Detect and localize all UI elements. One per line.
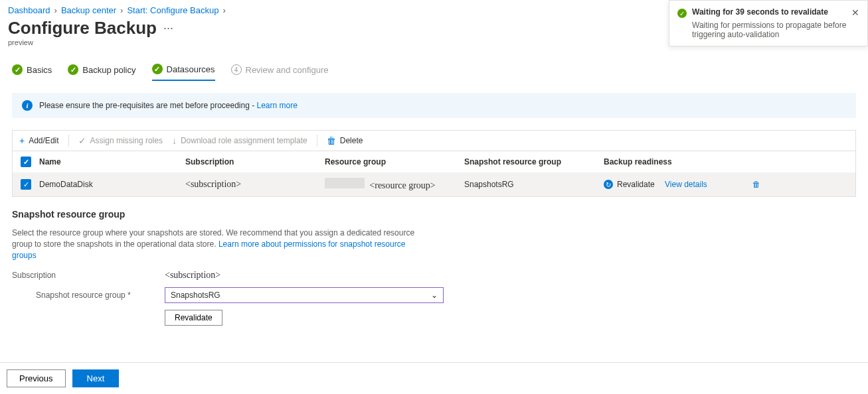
breadcrumb-backup-center[interactable]: Backup center	[61, 5, 116, 15]
wizard-steps: ✓ Basics ✓ Backup policy ✓ Datasources 4…	[0, 52, 868, 81]
snapshot-rg-dropdown[interactable]: SnapshotsRG ⌄	[165, 287, 444, 303]
btn-label: Delete	[340, 136, 363, 145]
close-icon[interactable]: ✕	[851, 7, 859, 18]
dropdown-value: SnapshotsRG	[171, 291, 220, 300]
divider	[317, 135, 317, 147]
cell-subscription: <subscription>	[185, 179, 325, 190]
step-datasources[interactable]: ✓ Datasources	[152, 64, 215, 81]
toolbar: + Add/Edit ✓ Assign missing roles ↓ Down…	[13, 131, 855, 151]
banner-text: Please ensure the pre-requisites are met…	[39, 101, 257, 110]
breadcrumb-dashboard[interactable]: Dashboard	[8, 5, 50, 15]
step-label: Backup policy	[82, 65, 135, 75]
step-basics[interactable]: ✓ Basics	[12, 64, 52, 80]
divider	[68, 135, 69, 147]
snapshot-rg-section: Snapshot resource group Select the resou…	[0, 197, 868, 338]
cell-snapshot-rg: SnapshotsRG	[464, 180, 604, 189]
readiness-label: Revalidate	[617, 180, 655, 189]
step-backup-policy[interactable]: ✓ Backup policy	[68, 64, 135, 80]
more-icon[interactable]: ···	[163, 21, 173, 35]
chevron-down-icon: ⌄	[431, 291, 438, 300]
notification-body: Waiting for permissions to propagate bef…	[692, 21, 859, 39]
redacted-block	[325, 178, 365, 188]
cell-readiness: ↻ Revalidate View details	[604, 180, 743, 189]
btn-label: Add/Edit	[29, 136, 58, 145]
snapshot-rg-label: Snapshot resource group *	[36, 291, 145, 300]
chevron-right-icon: ›	[222, 5, 225, 15]
row-checkbox[interactable]: ✓	[21, 179, 31, 190]
breadcrumb-start-configure[interactable]: Start: Configure Backup	[127, 5, 218, 15]
notification-toast: ✓ Waiting for 39 seconds to revalidate ✕…	[669, 0, 868, 46]
check-icon: ✓	[152, 64, 163, 74]
plus-icon: +	[19, 135, 25, 146]
info-icon: i	[22, 100, 33, 111]
col-resource-group: Resource group	[325, 157, 464, 166]
datasources-panel: + Add/Edit ✓ Assign missing roles ↓ Down…	[12, 130, 856, 197]
info-banner: i Please ensure the pre-requisites are m…	[12, 93, 856, 118]
success-icon: ✓	[677, 9, 687, 18]
download-icon: ↓	[172, 135, 177, 146]
delete-button[interactable]: 🗑 Delete	[327, 135, 363, 146]
chevron-right-icon: ›	[54, 5, 57, 15]
download-template-button[interactable]: ↓ Download role assignment template	[172, 135, 307, 146]
subscription-value: <subscription>	[165, 270, 444, 281]
cell-resource-group: <resource group>	[325, 178, 464, 191]
select-all-checkbox[interactable]: ✓	[21, 157, 31, 167]
step-label: Basics	[27, 65, 52, 75]
step-label: Datasources	[167, 64, 215, 74]
page-title: Configure Backup	[8, 18, 157, 38]
banner-learn-more-link[interactable]: Learn more	[257, 101, 298, 110]
btn-label: Download role assignment template	[181, 136, 307, 145]
col-snapshot-rg: Snapshot resource group	[464, 157, 604, 166]
next-button[interactable]: Next	[72, 369, 120, 387]
col-name: Name	[39, 157, 185, 166]
check-icon: ✓	[68, 64, 78, 75]
previous-button[interactable]: Previous	[7, 369, 66, 387]
step-label: Review and configure	[246, 65, 329, 75]
section-heading: Snapshot resource group	[12, 209, 856, 220]
step-number-icon: 4	[231, 64, 242, 75]
step-review: 4 Review and configure	[231, 64, 329, 80]
add-edit-button[interactable]: + Add/Edit	[19, 135, 59, 146]
check-icon: ✓	[78, 135, 86, 146]
trash-icon: 🗑	[327, 135, 336, 146]
refresh-icon: ↻	[604, 180, 613, 189]
col-subscription: Subscription	[185, 157, 325, 166]
cell-name: DemoDataDisk	[39, 180, 185, 189]
row-delete-button[interactable]: 🗑	[743, 180, 770, 189]
chevron-right-icon: ›	[120, 5, 123, 15]
col-readiness: Backup readiness	[604, 157, 743, 166]
check-icon: ✓	[12, 64, 23, 75]
table-row[interactable]: ✓ DemoDataDisk <subscription> <resource …	[13, 172, 855, 196]
wizard-footer: Previous Next	[0, 362, 868, 394]
view-details-link[interactable]: View details	[665, 180, 707, 189]
btn-label: Assign missing roles	[90, 136, 163, 145]
assign-roles-button[interactable]: ✓ Assign missing roles	[78, 135, 163, 146]
trash-icon: 🗑	[752, 180, 760, 189]
subscription-label: Subscription	[12, 271, 145, 280]
notification-title: Waiting for 39 seconds to revalidate	[692, 7, 846, 17]
table-header: ✓ Name Subscription Resource group Snaps…	[13, 151, 855, 172]
revalidate-button[interactable]: Revalidate	[165, 310, 222, 326]
